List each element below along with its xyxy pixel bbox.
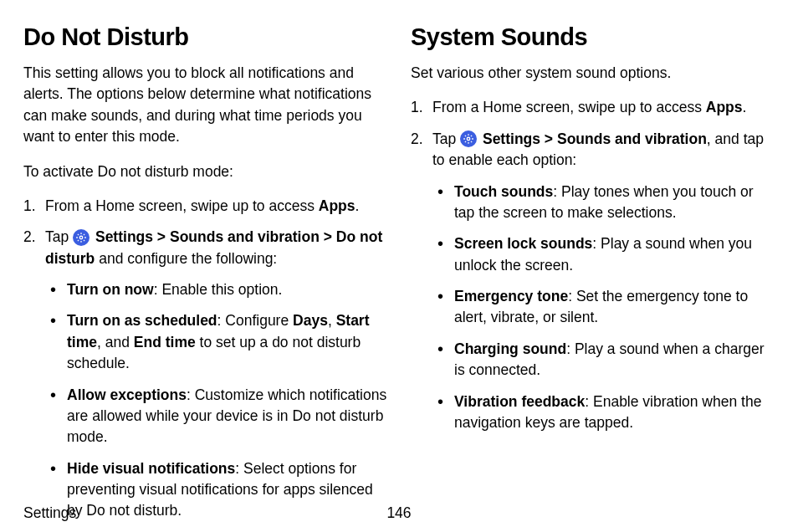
- dnd-steps: From a Home screen, swipe up to access A…: [23, 196, 387, 522]
- opt-title: Hide visual notifications: [67, 460, 235, 477]
- opt-screen-lock-sounds: Screen lock sounds: Play a sound when yo…: [432, 233, 775, 276]
- text: Tap: [432, 130, 460, 147]
- text: Tap: [45, 228, 73, 245]
- opt-title: Screen lock sounds: [454, 235, 592, 252]
- opt-allow-exceptions: Allow exceptions: Customize which notifi…: [45, 385, 387, 448]
- opt-turn-on-scheduled: Turn on as scheduled: Configure Days, St…: [45, 310, 387, 374]
- left-column: Do Not Disturb This setting allows you t…: [23, 23, 387, 532]
- sounds-vibration-label: Sounds and vibration: [170, 228, 320, 245]
- sep: >: [153, 228, 170, 245]
- dnd-step-1: From a Home screen, swipe up to access A…: [23, 196, 387, 217]
- page-content: Do Not Disturb This setting allows you t…: [0, 0, 798, 532]
- opt-turn-on-now: Turn on now: Enable this option.: [45, 279, 387, 300]
- footer-page-number: 146: [23, 504, 775, 522]
- apps-label: Apps: [706, 99, 743, 115]
- days-label: Days: [293, 312, 328, 329]
- opt-title: Turn on as scheduled: [67, 312, 217, 329]
- system-sounds-heading: System Sounds: [411, 23, 775, 51]
- settings-label: Settings: [95, 228, 153, 245]
- sep: >: [540, 130, 557, 147]
- opt-emergency-tone: Emergency tone: Set the emergency tone t…: [432, 286, 775, 329]
- opt-title: Charging sound: [454, 340, 566, 357]
- footer-section-label: Settings: [23, 504, 76, 522]
- dnd-heading: Do Not Disturb: [23, 23, 387, 51]
- text: From a Home screen, swipe up to access: [45, 197, 319, 214]
- text: From a Home screen, swipe up to access: [432, 99, 706, 115]
- svg-point-1: [467, 137, 470, 141]
- opt-vibration-feedback: Vibration feedback: Enable vibration whe…: [432, 391, 775, 434]
- text: : Configure: [217, 312, 293, 329]
- text: ,: [328, 312, 336, 329]
- text: and configure the following:: [95, 250, 277, 267]
- dnd-activate-label: To activate Do not disturb mode:: [23, 161, 387, 182]
- system-sounds-intro: Set various other system sound options.: [411, 63, 775, 84]
- sep: >: [320, 228, 336, 245]
- ss-step-2: Tap Settings > Sounds and vibration, and…: [411, 129, 775, 434]
- text: .: [356, 197, 360, 214]
- opt-charging-sound: Charging sound: Play a sound when a char…: [432, 339, 775, 381]
- settings-label: Settings: [483, 130, 540, 147]
- opt-title: Allow exceptions: [67, 386, 187, 403]
- apps-label: Apps: [319, 197, 356, 214]
- opt-title: Turn on now: [67, 281, 154, 298]
- sounds-vibration-label: Sounds and vibration: [557, 130, 707, 147]
- dnd-step-2: Tap Settings > Sounds and vibration > Do…: [23, 227, 387, 522]
- opt-touch-sounds: Touch sounds: Play tones when you touch …: [432, 182, 775, 224]
- opt-title: Vibration feedback: [454, 393, 585, 410]
- system-sounds-steps: From a Home screen, swipe up to access A…: [411, 97, 775, 433]
- settings-icon: [460, 130, 477, 147]
- end-time-label: End time: [134, 334, 196, 350]
- ss-step-1: From a Home screen, swipe up to access A…: [411, 97, 775, 118]
- opt-title: Touch sounds: [454, 183, 553, 200]
- text: .: [743, 99, 747, 115]
- dnd-options: Turn on now: Enable this option. Turn on…: [45, 279, 387, 522]
- text: , and: [97, 334, 134, 350]
- dnd-intro: This setting allows you to block all not…: [23, 63, 387, 148]
- page-footer: Settings 146: [23, 504, 775, 522]
- system-sound-options: Touch sounds: Play tones when you touch …: [432, 182, 775, 434]
- right-column: System Sounds Set various other system s…: [411, 23, 775, 532]
- svg-point-0: [79, 236, 83, 239]
- opt-title: Emergency tone: [454, 288, 568, 304]
- opt-desc: : Enable this option.: [154, 281, 283, 298]
- settings-icon: [73, 229, 90, 246]
